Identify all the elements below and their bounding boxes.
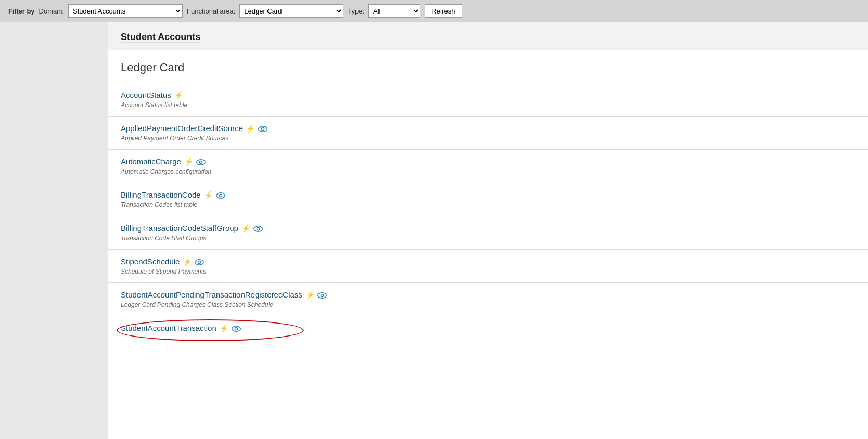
svg-point-7 — [257, 227, 259, 230]
group-title: Ledger Card — [108, 50, 868, 83]
item-description: Schedule of Stipend Payments — [121, 268, 856, 275]
svg-point-9 — [198, 261, 201, 263]
svg-point-8 — [195, 259, 204, 265]
eye-icon[interactable] — [216, 190, 225, 199]
bolt-icon: ⚡ — [241, 224, 250, 233]
bolt-icon: ⚡ — [246, 124, 255, 133]
svg-point-6 — [254, 226, 263, 231]
svg-point-0 — [259, 126, 267, 132]
item-description: Account Status list table — [121, 101, 856, 109]
list-item: BillingTransactionCode⚡ Transaction Code… — [108, 183, 868, 216]
bolt-icon: ⚡ — [174, 91, 183, 99]
filter-bar: Filter by Domain: Student AccountsFinanc… — [0, 0, 868, 22]
bolt-icon: ⚡ — [184, 158, 193, 166]
eye-icon[interactable] — [232, 324, 241, 332]
main-layout: Student Accounts Ledger Card AccountStat… — [0, 22, 868, 439]
svg-point-11 — [321, 294, 323, 296]
item-name-link[interactable]: AutomaticCharge — [121, 157, 181, 166]
svg-point-3 — [199, 161, 202, 163]
list-item: BillingTransactionCodeStaffGroup⚡ Transa… — [108, 216, 868, 249]
type-select[interactable]: AllStandardCustom — [368, 4, 420, 18]
eye-icon[interactable] — [195, 257, 204, 265]
item-description: Applied Payment Order Credit Sources — [121, 135, 856, 142]
bolt-icon: ⚡ — [204, 191, 213, 199]
item-description: Transaction Codes list table — [121, 201, 856, 209]
item-name-link[interactable]: BillingTransactionCodeStaffGroup — [121, 224, 238, 233]
list-item: StudentAccountPendingTransactionRegister… — [108, 282, 868, 316]
item-list: AccountStatus⚡Account Status list tableA… — [108, 83, 868, 342]
item-name-link[interactable]: StudentAccountTransaction — [121, 324, 216, 332]
svg-point-13 — [235, 327, 237, 330]
list-item: AccountStatus⚡Account Status list table — [108, 83, 868, 116]
eye-icon[interactable] — [317, 290, 327, 299]
section-title: Student Accounts — [121, 32, 200, 43]
functional-label: Functional area: — [187, 7, 235, 15]
item-description: Automatic Charges configuration — [121, 168, 856, 175]
svg-point-1 — [262, 127, 264, 130]
svg-point-10 — [318, 292, 327, 298]
domain-select[interactable]: Student AccountsFinancial AidRegistrarHu… — [68, 4, 183, 18]
filter-by-label: Filter by — [8, 7, 35, 15]
item-name-link[interactable]: BillingTransactionCode — [121, 190, 201, 199]
domain-label: Domain: — [39, 7, 64, 15]
svg-point-5 — [219, 194, 222, 197]
bolt-icon: ⚡ — [183, 257, 192, 266]
item-name-link[interactable]: StipendSchedule — [121, 257, 180, 266]
bolt-icon: ⚡ — [220, 324, 228, 332]
eye-icon[interactable] — [253, 224, 263, 232]
item-name-link[interactable]: AppliedPaymentOrderCreditSource — [121, 124, 243, 133]
functional-area-select[interactable]: Ledger CardBillingPaymentsRefunds — [239, 4, 343, 18]
content-area: Ledger Card AccountStatus⚡Account Status… — [108, 50, 868, 439]
svg-point-12 — [232, 326, 240, 331]
list-item: AutomaticCharge⚡ Automatic Charges confi… — [108, 149, 868, 183]
refresh-button[interactable]: Refresh — [425, 4, 462, 18]
left-sidebar — [0, 22, 108, 439]
list-item: StipendSchedule⚡ Schedule of Stipend Pay… — [108, 249, 868, 282]
list-item: AppliedPaymentOrderCreditSource⚡ Applied… — [108, 116, 868, 149]
eye-icon[interactable] — [258, 124, 267, 132]
eye-icon[interactable] — [196, 157, 206, 165]
bolt-icon: ⚡ — [305, 291, 314, 299]
item-description: Transaction Code Staff Groups — [121, 235, 856, 242]
type-label: Type: — [348, 7, 364, 15]
item-name-link[interactable]: AccountStatus — [121, 91, 171, 99]
item-name-link[interactable]: StudentAccountPendingTransactionRegister… — [121, 290, 302, 299]
list-item: StudentAccountTransaction⚡ — [108, 316, 868, 342]
svg-point-2 — [197, 159, 206, 165]
item-description: Ledger Card Pending Charges Class Sectio… — [121, 301, 856, 308]
svg-point-4 — [216, 192, 225, 198]
